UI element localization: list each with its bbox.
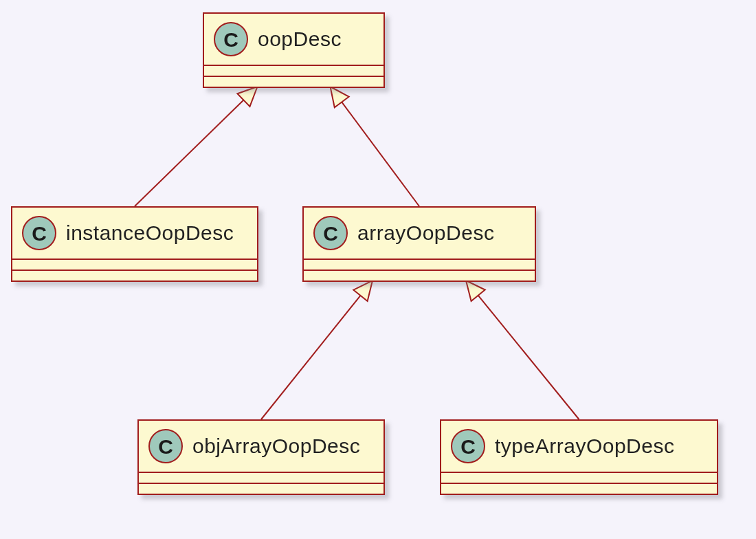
- class-stereotype-icon: C: [313, 216, 348, 250]
- class-stereotype-letter: C: [323, 223, 338, 244]
- class-operations-compartment: [139, 484, 383, 494]
- class-box-instanceOopDesc: C instanceOopDesc: [11, 206, 258, 282]
- class-box-oopDesc: C oopDesc: [203, 12, 385, 88]
- class-name-label: oopDesc: [258, 28, 342, 51]
- svg-marker-5: [353, 280, 373, 301]
- class-stereotype-icon: C: [148, 429, 183, 463]
- class-name-label: typeArrayOopDesc: [495, 434, 674, 458]
- class-operations-compartment: [304, 271, 535, 280]
- svg-line-4: [261, 296, 360, 419]
- svg-line-0: [135, 100, 243, 206]
- class-stereotype-letter: C: [32, 223, 47, 244]
- svg-line-2: [342, 102, 419, 206]
- class-attributes-compartment: [204, 66, 383, 77]
- class-stereotype-icon: C: [22, 216, 56, 250]
- class-operations-compartment: [12, 271, 257, 280]
- class-name-label: arrayOopDesc: [357, 221, 494, 245]
- class-stereotype-icon: C: [451, 429, 485, 463]
- class-attributes-compartment: [304, 260, 535, 271]
- class-box-objArrayOopDesc: C objArrayOopDesc: [137, 419, 385, 495]
- class-stereotype-letter: C: [158, 437, 173, 457]
- svg-marker-3: [331, 87, 349, 107]
- class-name-label: instanceOopDesc: [66, 221, 234, 245]
- class-header: C oopDesc: [204, 14, 383, 66]
- class-stereotype-letter: C: [460, 437, 476, 457]
- svg-marker-7: [466, 280, 485, 301]
- class-header: C arrayOopDesc: [304, 208, 535, 260]
- class-header: C instanceOopDesc: [12, 208, 257, 260]
- class-operations-compartment: [441, 484, 717, 494]
- class-box-arrayOopDesc: C arrayOopDesc: [302, 206, 536, 282]
- class-box-typeArrayOopDesc: C typeArrayOopDesc: [440, 419, 718, 495]
- uml-class-diagram: C oopDesc C instanceOopDesc C arrayOopDe…: [0, 0, 756, 539]
- class-header: C objArrayOopDesc: [139, 421, 383, 473]
- class-attributes-compartment: [139, 473, 383, 484]
- class-operations-compartment: [204, 77, 383, 87]
- class-name-label: objArrayOopDesc: [192, 434, 360, 458]
- class-stereotype-letter: C: [223, 30, 238, 50]
- svg-marker-1: [237, 87, 257, 107]
- svg-line-6: [478, 296, 579, 419]
- class-attributes-compartment: [12, 260, 257, 271]
- class-stereotype-icon: C: [214, 22, 248, 56]
- class-attributes-compartment: [441, 473, 717, 484]
- class-header: C typeArrayOopDesc: [441, 421, 717, 473]
